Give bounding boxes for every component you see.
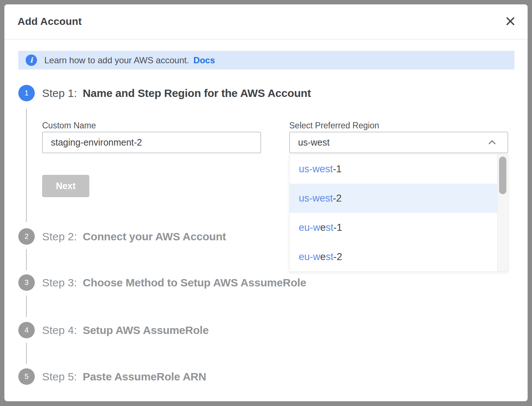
custom-name-input[interactable] — [42, 132, 261, 153]
close-icon — [505, 16, 516, 27]
close-button[interactable] — [503, 15, 517, 29]
region-options-list: us-west-1 us-west-2 eu-west-1 eu-west-2 — [290, 154, 497, 271]
info-icon: i — [26, 54, 37, 66]
docs-link[interactable]: Docs — [193, 55, 215, 65]
page-title: Add Account — [18, 16, 82, 27]
step-1-title: Name and Step Region for the AWS Account — [83, 87, 311, 99]
step-4-header: Step 4: Setup AWS AssumeRole — [42, 322, 209, 338]
region-option-us-west-1[interactable]: us-west-1 — [290, 154, 497, 184]
step-3-title: Choose Method to Setup AWS AssumeRole — [83, 277, 306, 289]
option-text-segment: us-west — [299, 193, 333, 204]
option-text-segment: st — [326, 251, 334, 263]
step-5-prefix: Step 5: — [42, 371, 77, 383]
step-4-prefix: Step 4: — [42, 324, 77, 337]
step-1-connector-line — [26, 109, 27, 222]
option-text-segment: e — [320, 251, 326, 263]
region-option-us-west-2[interactable]: us-west-2 — [290, 184, 497, 213]
step-3-prefix: Step 3: — [42, 277, 77, 289]
add-account-modal: Add Account i Learn how to add your AWS … — [4, 4, 528, 401]
step-5-badge: 5 — [18, 368, 35, 385]
option-text-segment: -1 — [333, 163, 342, 175]
step-4-number: 4 — [25, 326, 29, 334]
region-dropdown-toggle[interactable] — [486, 137, 498, 149]
step-1-badge: 1 — [18, 85, 35, 101]
step-4-connector-line — [26, 343, 27, 364]
custom-name-label: Custom Name — [42, 121, 96, 131]
step-4-title: Setup AWS AssumeRole — [83, 324, 209, 337]
region-combobox-input[interactable] — [289, 132, 508, 153]
next-button[interactable]: Next — [42, 175, 89, 197]
chevron-up-icon — [487, 137, 498, 149]
option-text-segment: -2 — [333, 193, 342, 204]
step-4-badge: 4 — [18, 322, 35, 338]
option-text-segment: -1 — [334, 222, 342, 233]
modal-header: Add Account — [4, 4, 528, 40]
step-3-header: Step 3: Choose Method to Setup AWS Assum… — [42, 274, 306, 291]
option-text-segment: eu-w — [299, 251, 320, 263]
option-text-segment: st — [326, 222, 334, 233]
region-option-eu-west-1[interactable]: eu-west-1 — [290, 213, 497, 242]
step-1-number: 1 — [25, 89, 29, 97]
option-text-segment: eu-w — [299, 222, 320, 233]
step-5-header: Step 5: Paste AssumeRole ARN — [42, 368, 206, 385]
step-2-header: Step 2: Connect your AWS Account — [42, 228, 226, 245]
step-2-badge: 2 — [18, 228, 35, 245]
step-3-badge: 3 — [18, 274, 35, 291]
option-text-segment: e — [320, 222, 326, 233]
region-option-eu-west-2[interactable]: eu-west-2 — [290, 242, 497, 271]
step-2-prefix: Step 2: — [42, 230, 77, 243]
step-2-title: Connect your AWS Account — [83, 230, 226, 243]
step-2-connector-line — [26, 249, 27, 270]
step-1-prefix: Step 1: — [42, 87, 77, 99]
region-label: Select Preferred Region — [289, 121, 379, 131]
dropdown-scrollbar-track[interactable] — [497, 154, 508, 271]
step-3-number: 3 — [25, 278, 29, 287]
step-1-header: Step 1: Name and Step Region for the AWS… — [42, 85, 311, 101]
step-3-connector-line — [26, 296, 27, 317]
info-banner: i Learn how to add your AWS account. Doc… — [18, 51, 514, 69]
step-5-number: 5 — [25, 372, 29, 381]
region-dropdown: us-west-1 us-west-2 eu-west-1 eu-west-2 — [289, 154, 508, 272]
option-text-segment: -2 — [334, 251, 342, 263]
banner-text: Learn how to add your AWS account. — [44, 55, 189, 65]
step-2-number: 2 — [25, 232, 29, 241]
option-text-segment: us-west — [299, 163, 333, 175]
step-5-title: Paste AssumeRole ARN — [83, 371, 206, 383]
dropdown-scrollbar-thumb[interactable] — [499, 157, 506, 194]
